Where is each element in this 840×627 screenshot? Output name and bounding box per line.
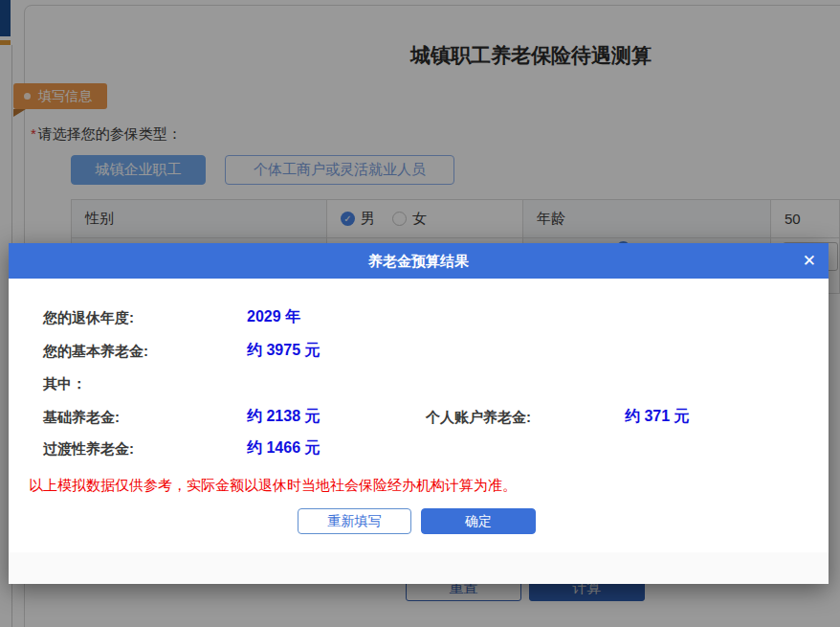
dialog-footer xyxy=(9,552,829,584)
personal-account-label: 个人账户养老金: xyxy=(426,409,531,427)
retire-year-value: 2029 年 xyxy=(247,307,300,327)
base-pension-value: 约 2138 元 xyxy=(247,407,320,427)
transitional-pension-value: 约 1466 元 xyxy=(247,438,320,459)
basic-pension-label: 您的基本养老金: xyxy=(43,343,148,361)
retire-year-label: 您的退休年度: xyxy=(43,309,134,327)
base-pension-label: 基础养老金: xyxy=(43,409,120,427)
basic-pension-value: 约 3975 元 xyxy=(247,341,320,361)
dialog-header: 养老金预算结果 ✕ xyxy=(9,243,829,279)
disclaimer-text: 以上模拟数据仅供参考，实际金额以退休时当地社会保险经办机构计算为准。 xyxy=(29,477,517,495)
dialog-title: 养老金预算结果 xyxy=(9,243,829,279)
pension-result-dialog: 养老金预算结果 ✕ 您的退休年度: 2029 年 您的基本养老金: 约 3975… xyxy=(9,243,829,584)
breakdown-label: 其中： xyxy=(43,375,86,393)
confirm-button[interactable]: 确定 xyxy=(421,508,536,534)
refill-button[interactable]: 重新填写 xyxy=(298,508,411,534)
app-window: 城镇职工养老保险待遇测算 填写信息 *请选择您的参保类型： 城镇企业职工 个体工… xyxy=(0,0,840,627)
close-icon[interactable]: ✕ xyxy=(803,243,816,279)
transitional-pension-label: 过渡性养老金: xyxy=(43,440,134,459)
personal-account-value: 约 371 元 xyxy=(625,407,690,427)
